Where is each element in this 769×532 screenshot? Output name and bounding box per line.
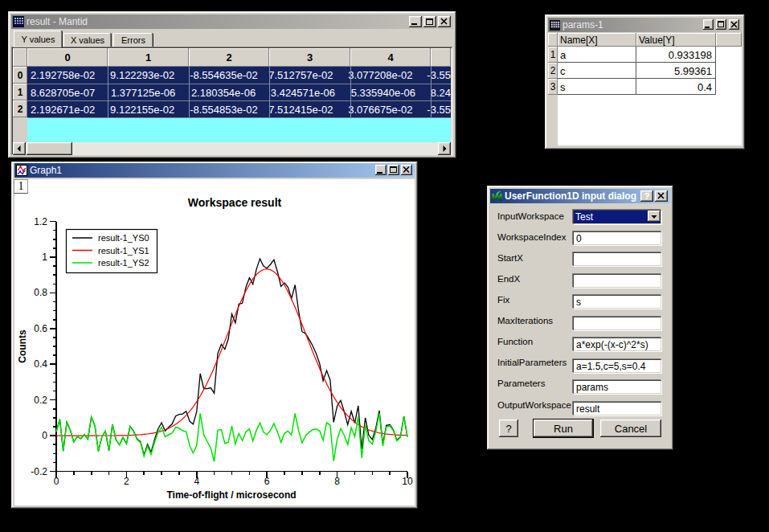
svg-text:0: 0 [54,476,59,487]
svg-text:1: 1 [42,252,47,263]
svg-text:0.2: 0.2 [34,395,47,406]
svg-text:-0.2: -0.2 [31,466,47,477]
svg-text:1.2: 1.2 [34,216,47,227]
svg-text:Workspace result: Workspace result [188,196,282,209]
svg-text:8: 8 [334,476,340,487]
svg-text:Time-of-flight / microsecond: Time-of-flight / microsecond [166,489,296,501]
svg-text:4: 4 [194,476,199,487]
svg-text:result-1_YS0: result-1_YS0 [98,233,149,243]
svg-text:0.6: 0.6 [34,323,47,334]
svg-text:result-1_YS1: result-1_YS1 [98,246,149,256]
svg-text:0.4: 0.4 [34,358,47,370]
svg-text:0.8: 0.8 [34,287,47,298]
svg-text:2: 2 [124,476,129,487]
svg-text:0: 0 [42,430,47,441]
svg-text:Counts: Counts [17,329,28,363]
svg-text:6: 6 [264,476,270,487]
svg-text:result-1_YS2: result-1_YS2 [98,258,149,268]
svg-text:10: 10 [402,476,413,487]
